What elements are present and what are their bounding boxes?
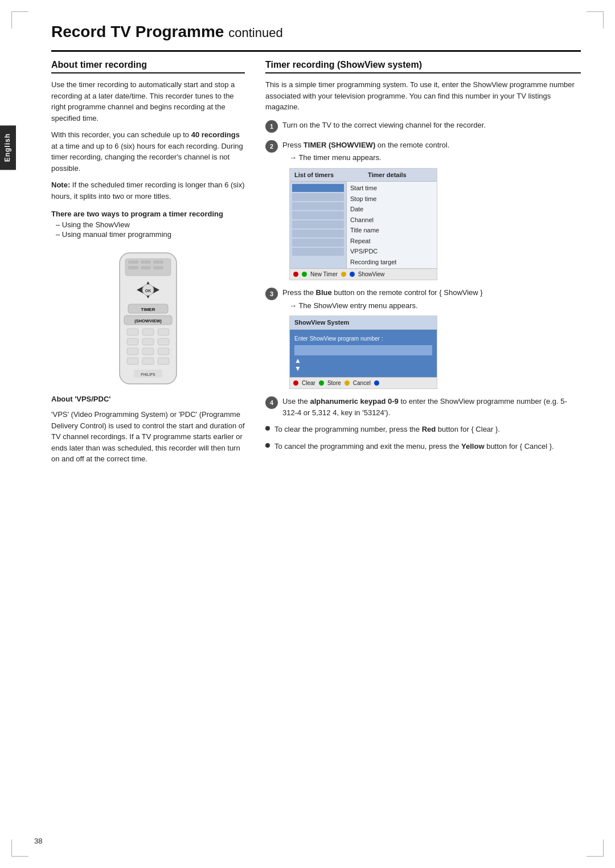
svg-rect-7 (153, 266, 163, 269)
sv-green-dot (319, 380, 324, 386)
detail-row: Channel (350, 215, 433, 226)
step-3-content: Press the Blue button on the remote cont… (282, 287, 581, 389)
step-3-arrow: The ShowView entry menu appears. (289, 300, 581, 312)
arrow-up-icon: ▲ (294, 357, 301, 365)
bullet2-bold: Yellow (461, 442, 484, 451)
step-1-content: Turn on the TV to the correct viewing ch… (282, 120, 581, 131)
showview-footer-label: ShowView (358, 270, 385, 279)
detail-row: Recording target (350, 257, 433, 268)
step3-bold: Blue (316, 288, 332, 297)
step-2-arrow: The timer menu appears. (289, 152, 581, 163)
svg-rect-26 (158, 348, 169, 355)
detail-row: Start time (350, 183, 433, 194)
svg-rect-18 (127, 329, 138, 335)
detail-row: Repeat (350, 236, 433, 247)
step-4-content: Use the alphanumeric keypad 0-9 to enter… (282, 396, 581, 418)
note-label: Note: (51, 181, 70, 189)
svg-rect-2 (128, 260, 138, 264)
about-timer-heading: About timer recording (51, 60, 245, 73)
remote-svg: OK TIMER (SHOWVIEW) (91, 250, 205, 381)
svg-text:PHILIPS: PHILIPS (141, 372, 155, 376)
svg-text:TIMER: TIMER (141, 307, 155, 312)
timer-list-header: List of timers (290, 169, 363, 182)
step-2-content: Press TIMER (SHOWVIEW) on the remote con… (282, 140, 581, 281)
list-item: Using manual timer programming (56, 230, 245, 239)
showview-heading: Timer recording (ShowView system) (265, 60, 581, 73)
about-timer-para2: With this recorder, you can schedule up … (51, 129, 245, 174)
detail-row: VPS/PDC (350, 246, 433, 257)
bullet-2: To cancel the programming and exit the m… (265, 441, 581, 452)
right-column: Timer recording (ShowView system) This i… (265, 52, 581, 465)
left-column: About timer recording Use the timer reco… (51, 52, 245, 465)
yellow-dot (341, 272, 346, 277)
showview-input-field (294, 345, 432, 355)
detail-row: Date (350, 204, 433, 215)
svg-rect-6 (141, 266, 151, 269)
step-num-2: 2 (265, 140, 278, 153)
showview-body: Enter ShowView program number : ▲ ▼ (290, 330, 437, 378)
two-ways-subheading: There are two ways to program a timer re… (51, 210, 245, 218)
page-number: 38 (34, 837, 42, 845)
green-dot (302, 272, 307, 277)
bullet-dot-2 (265, 443, 270, 448)
svg-rect-21 (127, 338, 138, 345)
showview-footer: Clear Store Cancel (290, 377, 437, 388)
timer-list-item (292, 248, 344, 256)
timer-list-item (292, 193, 344, 201)
step-num-1: 1 (265, 120, 278, 133)
step-1: 1 Turn on the TV to the correct viewing … (265, 120, 581, 133)
sv-cancel-label: Cancel (353, 379, 371, 387)
sv-store-label: Store (327, 379, 341, 387)
step-num-4: 4 (265, 396, 278, 409)
bullet-1: To clear the programming number, press t… (265, 424, 581, 435)
svg-rect-25 (142, 348, 154, 355)
timer-list-item (292, 239, 344, 247)
timer-menu-screenshot: List of timers Timer details (289, 168, 437, 281)
screen-body: Start time Stop time Date Channel Title … (290, 182, 437, 268)
bullet-dot-1 (265, 426, 270, 431)
vps-para: 'VPS' (Video Programming System) or 'PDC… (51, 409, 245, 465)
timer-details-header: Timer details (363, 169, 437, 182)
vps-heading: About 'VPS/PDC' (51, 395, 245, 403)
sv-blue-dot (374, 380, 379, 386)
detail-row: Title name (350, 225, 433, 236)
sv-red-dot (293, 380, 298, 386)
recordings-bold: 40 recordings (191, 130, 240, 139)
svg-rect-19 (142, 329, 154, 335)
svg-rect-24 (127, 348, 138, 355)
showview-arrows: ▲ ▼ (294, 357, 432, 373)
svg-rect-20 (158, 329, 169, 335)
svg-rect-23 (158, 338, 169, 345)
list-item: Using the ShowView (56, 220, 245, 229)
blue-dot (350, 272, 355, 277)
showview-label: Enter ShowView program number : (294, 334, 432, 343)
svg-rect-3 (141, 260, 151, 264)
step-3: 3 Press the Blue button on the remote co… (265, 287, 581, 389)
sv-yellow-dot (345, 380, 350, 386)
red-dot (293, 272, 298, 277)
timer-detail-col: Start time Stop time Date Channel Title … (347, 182, 437, 268)
bullet-2-text: To cancel the programming and exit the m… (274, 441, 581, 452)
svg-rect-29 (158, 358, 169, 365)
bullet1-bold: Red (422, 425, 436, 433)
timer-list-col (290, 182, 347, 268)
arrow-down-icon: ▼ (294, 365, 301, 372)
svg-rect-22 (142, 338, 154, 345)
svg-rect-28 (142, 358, 154, 365)
showview-intro: This is a simple timer programming syste… (265, 79, 581, 113)
timer-list-item (292, 230, 344, 238)
bullet-1-text: To clear the programming number, press t… (274, 424, 581, 435)
vps-section: About 'VPS/PDC' 'VPS' (Video Programming… (51, 395, 245, 465)
step-2: 2 Press TIMER (SHOWVIEW) on the remote c… (265, 140, 581, 281)
svg-rect-27 (127, 358, 138, 365)
page-title: Record TV Programme continued (51, 23, 581, 41)
remote-image-container: OK TIMER (SHOWVIEW) (51, 250, 245, 381)
detail-row: Stop time (350, 194, 433, 204)
timer-list-item (292, 220, 344, 228)
screen-header: List of timers Timer details (290, 169, 437, 182)
timer-list-item (292, 211, 344, 219)
svg-rect-4 (153, 260, 163, 264)
timer-list-item-active (292, 184, 344, 192)
svg-text:OK: OK (145, 289, 151, 293)
ways-list: Using the ShowView Using manual timer pr… (56, 220, 245, 239)
